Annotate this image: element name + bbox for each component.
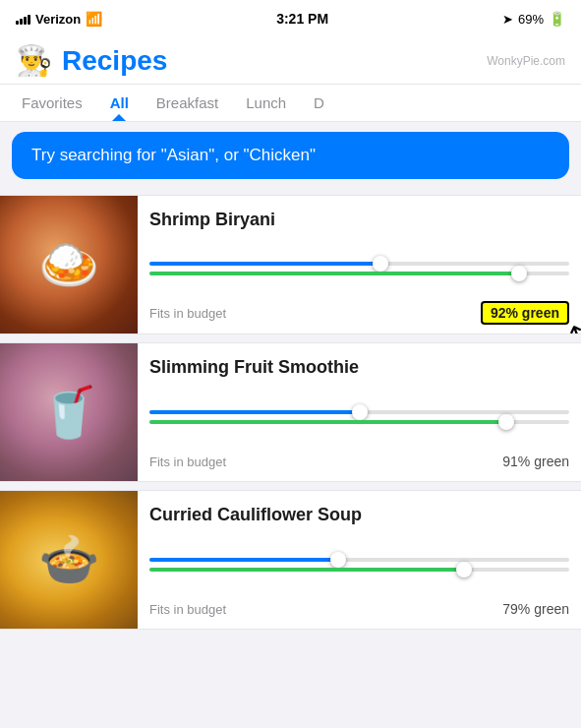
blue-slider-thumb-shrimp[interactable] <box>373 256 388 272</box>
recipe-info-shrimp: Shrimp Biryani Fits in budget <box>138 196 581 334</box>
green-slider-track-shrimp[interactable] <box>149 272 569 275</box>
recipe-card-smoothie[interactable]: Slimming Fruit Smoothie Fits in budget <box>0 342 581 482</box>
app-title: Recipes <box>62 45 167 77</box>
budget-row-smoothie: Fits in budget 91% green <box>149 454 569 469</box>
tab-favorites[interactable]: Favorites <box>8 85 96 121</box>
status-bar: Verizon 📶 3:21 PM ➤ 69% 🔋 <box>0 0 581 35</box>
recipe-name-shrimp: Shrimp Biryani <box>149 210 569 231</box>
recipe-image-smoothie <box>0 343 138 481</box>
recipe-info-smoothie: Slimming Fruit Smoothie Fits in budget <box>138 343 581 481</box>
app-header-left: 👨‍🍳 Recipes <box>16 43 167 78</box>
blue-slider-fill-shrimp <box>149 262 380 266</box>
green-text-smoothie: 91% green <box>502 454 569 469</box>
slider-row-green-smoothie <box>149 420 569 424</box>
tab-bar: Favorites All Breakfast Lunch D <box>0 85 581 121</box>
budget-label-smoothie: Fits in budget <box>149 455 226 469</box>
tab-d[interactable]: D <box>300 85 338 121</box>
recipe-card-soup[interactable]: Curried Cauliflower Soup Fits in budget <box>0 490 581 630</box>
green-text-soup: 79% green <box>502 601 569 617</box>
recipe-image-shrimp <box>0 196 138 334</box>
slider-row-green-shrimp <box>149 272 569 275</box>
search-banner[interactable]: Try searching for "Asian", or "Chicken" <box>12 132 569 179</box>
badge-wrapper-shrimp: 92% green ↖ <box>481 304 569 322</box>
recipe-info-soup: Curried Cauliflower Soup Fits in budget <box>138 491 581 629</box>
slider-row-blue-soup <box>149 558 569 562</box>
signal-icon <box>16 13 30 25</box>
chef-icon: 👨‍🍳 <box>16 43 52 78</box>
tab-breakfast[interactable]: Breakfast <box>143 85 232 121</box>
green-slider-fill-soup <box>149 568 464 572</box>
blue-slider-thumb-soup[interactable] <box>330 552 346 568</box>
green-badge-shrimp: 92% green <box>481 301 569 325</box>
slider-row-green-soup <box>149 568 569 572</box>
budget-row-soup: Fits in budget 79% green <box>149 601 569 617</box>
search-banner-text: Try searching for "Asian", or "Chicken" <box>31 146 316 164</box>
battery-icon: 🔋 <box>549 11 565 27</box>
green-slider-track-soup[interactable] <box>149 568 569 572</box>
wifi-icon: 📶 <box>86 11 102 27</box>
blue-slider-fill-soup <box>149 558 338 562</box>
status-carrier: Verizon 📶 <box>16 11 102 27</box>
tab-lunch[interactable]: Lunch <box>232 85 300 121</box>
tab-all[interactable]: All <box>96 85 143 121</box>
recipe-name-soup: Curried Cauliflower Soup <box>149 505 569 526</box>
status-time: 3:21 PM <box>276 11 328 27</box>
recipe-list: Shrimp Biryani Fits in budget <box>0 189 581 636</box>
sliders-smoothie <box>149 410 569 424</box>
green-slider-track-smoothie[interactable] <box>149 420 569 424</box>
green-slider-fill-shrimp <box>149 272 519 275</box>
recipe-name-smoothie: Slimming Fruit Smoothie <box>149 357 569 379</box>
location-icon: ➤ <box>502 12 513 27</box>
status-right: ➤ 69% 🔋 <box>502 11 565 27</box>
blue-slider-track-soup[interactable] <box>149 558 569 562</box>
carrier-name: Verizon <box>35 12 81 27</box>
watermark: WonkyPie.com <box>487 54 565 68</box>
blue-slider-track-shrimp[interactable] <box>149 262 569 266</box>
recipe-image-soup <box>0 491 138 629</box>
budget-row-shrimp: Fits in budget 92% green ↖ <box>149 304 569 322</box>
app-header: 👨‍🍳 Recipes WonkyPie.com <box>0 35 581 85</box>
recipe-card-shrimp[interactable]: Shrimp Biryani Fits in budget <box>0 195 581 334</box>
sliders-soup <box>149 558 569 572</box>
green-slider-thumb-soup[interactable] <box>456 562 472 577</box>
budget-label-shrimp: Fits in budget <box>149 306 226 321</box>
blue-slider-thumb-smoothie[interactable] <box>352 404 368 420</box>
tabs-container: Favorites All Breakfast Lunch D <box>0 85 581 122</box>
battery-percent: 69% <box>518 12 544 27</box>
blue-slider-fill-smoothie <box>149 410 360 414</box>
green-slider-thumb-shrimp[interactable] <box>511 266 527 281</box>
slider-row-blue-shrimp <box>149 262 569 266</box>
green-slider-thumb-smoothie[interactable] <box>498 414 514 430</box>
budget-label-soup: Fits in budget <box>149 602 226 617</box>
green-slider-fill-smoothie <box>149 420 506 424</box>
sliders-shrimp <box>149 262 569 275</box>
